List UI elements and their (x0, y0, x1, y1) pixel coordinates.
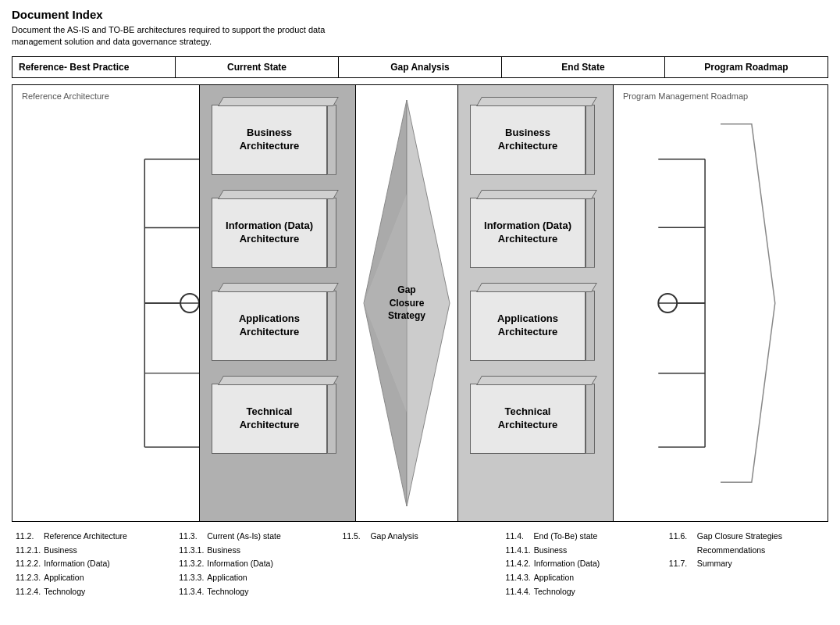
end-box-apps-top (476, 283, 597, 292)
header-col-1: Reference- Best Practice (12, 57, 176, 77)
footer-col-4: 11.4.End (To-Be) state 11.4.1.Business 1… (502, 530, 665, 599)
end-box-apps: Applications Architecture (470, 283, 595, 365)
end-box-tech-side (586, 384, 595, 454)
header-col-3: Gap Analysis (339, 57, 502, 77)
footer-col-3: 11.5.Gap Analysis (338, 530, 501, 599)
footer-col-5: 11.6.Gap Closure StrategiesRecommendatio… (665, 530, 828, 599)
end-box-apps-side (586, 291, 595, 361)
current-box-info-side (327, 198, 336, 268)
end-box-info: Information (Data) Architecture (470, 190, 595, 272)
doc-subtitle: Document the AS-IS and TO-BE architectur… (12, 24, 340, 48)
svg-point-12 (658, 294, 677, 312)
current-box-business-top (218, 97, 339, 106)
header-col-4: End State (502, 57, 665, 77)
current-box-tech-side (327, 384, 336, 454)
current-box-info-top (218, 190, 339, 199)
ref-svg (12, 85, 199, 521)
roadmap-label: Program Management Roadmap (620, 91, 821, 101)
panel-roadmap: Program Management Roadmap (614, 85, 828, 521)
end-box-business-top (476, 97, 597, 106)
gap-label: GapClosureStrategy (388, 284, 425, 323)
end-box-tech-front: Technical Architecture (470, 384, 586, 454)
current-box-apps-top (218, 283, 339, 292)
end-box-info-side (586, 198, 595, 268)
current-box-business-front: Business Architecture (212, 105, 327, 175)
current-box-business-side (327, 105, 336, 175)
current-box-tech-front: Technical Architecture (212, 384, 327, 454)
current-box-tech: Technical Architecture (212, 376, 336, 458)
roadmap-svg (614, 85, 828, 521)
panel-reference: Reference Architecture (12, 85, 200, 521)
panel-gap: GapClosureStrategy (356, 85, 457, 521)
end-box-business-front: Business Architecture (470, 105, 586, 175)
diagram-area: Reference Architecture (12, 84, 828, 522)
footer-col-1: 11.2.Reference Architecture 11.2.1.Busin… (12, 530, 175, 599)
end-box-apps-front: Applications Architecture (470, 291, 586, 361)
doc-title: Document Index (12, 8, 828, 21)
current-box-tech-top (218, 376, 339, 385)
footer-col-2: 11.3.Current (As-Is) state 11.3.1.Busine… (175, 530, 338, 599)
header-row: Reference- Best Practice Current State G… (12, 56, 828, 78)
ref-label: Reference Architecture (19, 91, 199, 101)
header-col-5: Program Roadmap (665, 57, 828, 77)
end-box-tech: Technical Architecture (470, 376, 595, 458)
end-box-info-top (476, 190, 597, 199)
header-col-2: Current State (176, 57, 339, 77)
end-box-tech-top (476, 376, 597, 385)
current-box-apps-front: Applications Architecture (212, 291, 327, 361)
current-box-apps: Applications Architecture (212, 283, 336, 365)
footer-area: 11.2.Reference Architecture 11.2.1.Busin… (12, 530, 828, 599)
current-box-business: Business Architecture (212, 97, 336, 179)
end-box-business: Business Architecture (470, 97, 595, 179)
panel-end: Business Architecture Information (Data)… (457, 85, 614, 521)
end-box-business-side (586, 105, 595, 175)
panel-current: Business Architecture Information (Data)… (200, 85, 356, 521)
current-box-info-front: Information (Data) Architecture (212, 198, 327, 268)
current-box-apps-side (327, 291, 336, 361)
end-box-info-front: Information (Data) Architecture (470, 198, 586, 268)
page: Document Index Document the AS-IS and TO… (0, 0, 840, 607)
svg-point-0 (180, 294, 199, 312)
current-box-info: Information (Data) Architecture (212, 190, 336, 272)
